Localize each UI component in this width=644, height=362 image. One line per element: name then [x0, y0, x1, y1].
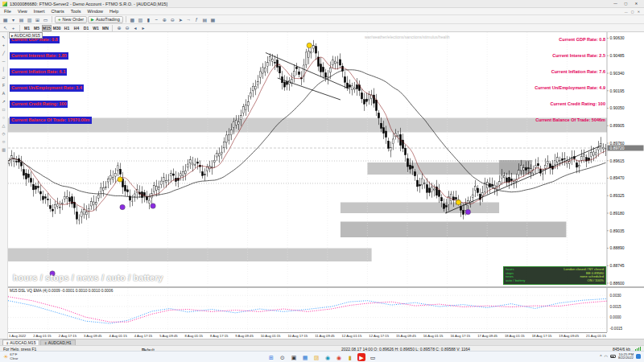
- chart-tab-icon: ▮: [44, 341, 46, 345]
- timeframe-m30-button[interactable]: M30: [52, 25, 62, 31]
- chart-area[interactable]: 0.906300.904850.903400.901950.900500.899…: [8, 32, 644, 286]
- time-label-3: 3 Aug 09:45: [84, 334, 101, 338]
- mt4-button[interactable]: ▮: [346, 353, 354, 361]
- one-click-trading-icon[interactable]: ▸: [11, 33, 14, 38]
- menu-item-file[interactable]: File: [4, 9, 11, 14]
- symbol-tab[interactable]: ▸ AUDCAD,M15: [9, 32, 43, 39]
- minimize-button[interactable]: —: [610, 0, 621, 7]
- svg-text:0.88600: 0.88600: [610, 281, 625, 286]
- timeframe-w1-button[interactable]: W1: [91, 25, 100, 31]
- zoom-out-icon[interactable]: ⊖: [169, 16, 176, 23]
- auto-scroll-icon[interactable]: ➤: [177, 16, 184, 23]
- triangle-icon[interactable]: △: [2, 123, 6, 129]
- timeframe-d1-button[interactable]: D1: [81, 25, 90, 31]
- market-watch-icon[interactable]: ▥: [26, 16, 33, 23]
- chart-close-button[interactable]: ✕: [638, 10, 640, 14]
- timeframe-mn-button[interactable]: MN: [101, 25, 109, 31]
- menu-item-tools[interactable]: Tools: [71, 9, 81, 14]
- zoom-out-icon[interactable]: ⊖: [123, 24, 130, 31]
- weather-condition: Clear: [10, 356, 18, 360]
- tray-expand-icon[interactable]: ^: [600, 354, 601, 359]
- trendline-icon[interactable]: ╱: [2, 51, 5, 56]
- chart-bar-icon[interactable]: ▥: [137, 16, 144, 23]
- svg-text:0.90195: 0.90195: [610, 88, 625, 93]
- arrow-icon[interactable]: ↗: [2, 99, 5, 105]
- window-controls: — ▢ ✕: [610, 0, 642, 7]
- profiles-icon[interactable]: ▤: [18, 16, 25, 23]
- tab-audcad-h1[interactable]: ▮AUDCAD,H1: [40, 339, 75, 345]
- zoom-in-icon[interactable]: ⊕: [115, 24, 122, 31]
- maximize-button[interactable]: ▢: [621, 0, 631, 7]
- menu-item-view[interactable]: View: [18, 9, 27, 14]
- navigator-icon[interactable]: ⊞: [34, 16, 41, 23]
- symbol-tab-label: AUDCAD,M15: [14, 33, 40, 38]
- indicators-icon[interactable]: ƒ: [193, 16, 200, 23]
- right-stat-0: Current GDP Rate: 0.8: [559, 36, 605, 43]
- timeframe-m15-button[interactable]: M15: [42, 25, 52, 31]
- cursor-icon[interactable]: ↖: [2, 24, 9, 31]
- chart-line-icon[interactable]: ~: [153, 16, 160, 23]
- edge-button[interactable]: ◉: [324, 353, 332, 361]
- menu-item-charts[interactable]: Charts: [51, 9, 64, 14]
- toolbar-standard: ▦▾▤▥⊞▭+New Order▶AutoTrading▩▥▮~⊕⊖➤→ƒ▤▦: [0, 15, 644, 24]
- task-view-button[interactable]: ▣: [290, 353, 298, 361]
- menu-item-window[interactable]: Window: [88, 9, 104, 14]
- fibonacci-icon[interactable]: F: [2, 83, 5, 88]
- indicator-chart[interactable]: 0.00300.00150.0000-0.0015: [8, 288, 644, 332]
- indicator-pane[interactable]: 0.00300.00150.0000-0.0015 M15 DSL VQ EMA…: [8, 286, 644, 332]
- notification-badge[interactable]: [636, 354, 641, 359]
- new-chart-dropdown-icon[interactable]: ▾: [10, 16, 17, 23]
- wifi-icon[interactable]: ◠: [605, 354, 608, 359]
- cursor-icon[interactable]: ↖: [2, 35, 5, 40]
- svg-text:0.90340: 0.90340: [610, 71, 625, 76]
- tray-clock[interactable]: 10:25 PM8/22/2022: [618, 353, 634, 361]
- rectangle-icon[interactable]: □: [2, 107, 5, 113]
- chart-shift-icon[interactable]: →: [185, 16, 192, 23]
- step-back-icon[interactable]: ◂: [131, 24, 138, 31]
- tv-button[interactable]: ▭: [369, 353, 377, 361]
- info-key: auto / battery: [506, 279, 525, 283]
- svg-text:0.0000: 0.0000: [610, 315, 621, 319]
- diamond-icon[interactable]: ◇: [2, 131, 6, 137]
- zoom-in-icon[interactable]: ⊕: [161, 16, 168, 23]
- vertical-line-icon[interactable]: │: [2, 67, 5, 72]
- menu-item-insert[interactable]: Insert: [34, 9, 45, 14]
- file-explorer-button[interactable]: ▨: [312, 353, 320, 361]
- text-icon[interactable]: A: [2, 91, 5, 97]
- grid-icon[interactable]: ▥: [2, 147, 6, 153]
- widgets-button[interactable]: ▦: [301, 353, 309, 361]
- price-chart[interactable]: 0.906300.904850.903400.901950.900500.899…: [8, 32, 644, 286]
- smiley-icon[interactable]: ☺: [2, 139, 6, 145]
- timeframe-h4-button[interactable]: H4: [72, 25, 80, 31]
- ellipse-icon[interactable]: ○: [2, 115, 5, 121]
- tab-audcad-m15[interactable]: ▮AUDCAD,M15: [2, 339, 39, 345]
- battery-icon[interactable]: [610, 355, 616, 358]
- timeframe-m1-button[interactable]: M1: [23, 25, 31, 31]
- chrome-button[interactable]: ◉: [335, 353, 343, 361]
- new-order-icon: +: [58, 17, 61, 22]
- menu-item-help[interactable]: Help: [109, 9, 118, 14]
- step-forward-icon[interactable]: ▸: [139, 24, 147, 31]
- crosshair-icon[interactable]: +: [2, 43, 5, 48]
- close-button[interactable]: ✕: [631, 0, 642, 7]
- new-order-button[interactable]: +New Order: [55, 16, 87, 23]
- terminal-icon[interactable]: ▭: [42, 16, 49, 23]
- chart-candle-icon[interactable]: ▮: [145, 16, 152, 23]
- new-chart-icon[interactable]: ▦: [2, 16, 9, 23]
- templates-icon[interactable]: ▦: [209, 16, 217, 23]
- timeframe-m5-button[interactable]: M5: [32, 25, 41, 31]
- timeframe-h1-button[interactable]: H1: [62, 25, 71, 31]
- horizontal-line-icon[interactable]: ─: [2, 59, 6, 64]
- search-button[interactable]: ⊙: [279, 353, 287, 361]
- channel-icon[interactable]: ▱: [2, 75, 6, 80]
- periods-icon[interactable]: ▤: [201, 16, 208, 23]
- strategy-tester-icon[interactable]: ▩: [129, 16, 136, 23]
- chart-minimize-button[interactable]: —: [625, 10, 628, 14]
- start-button[interactable]: ⊞: [267, 353, 275, 361]
- crosshair-icon[interactable]: +: [10, 24, 17, 31]
- chart-top-note: war/weather/elections/sanctions/stimulus…: [365, 35, 450, 39]
- youtube-button[interactable]: ▶: [357, 353, 365, 361]
- chart-restore-button[interactable]: ▢: [631, 10, 634, 14]
- autotrading-button[interactable]: ▶AutoTrading: [88, 16, 123, 23]
- taskbar-weather[interactable]: ☀ 67°FClear: [3, 353, 19, 360]
